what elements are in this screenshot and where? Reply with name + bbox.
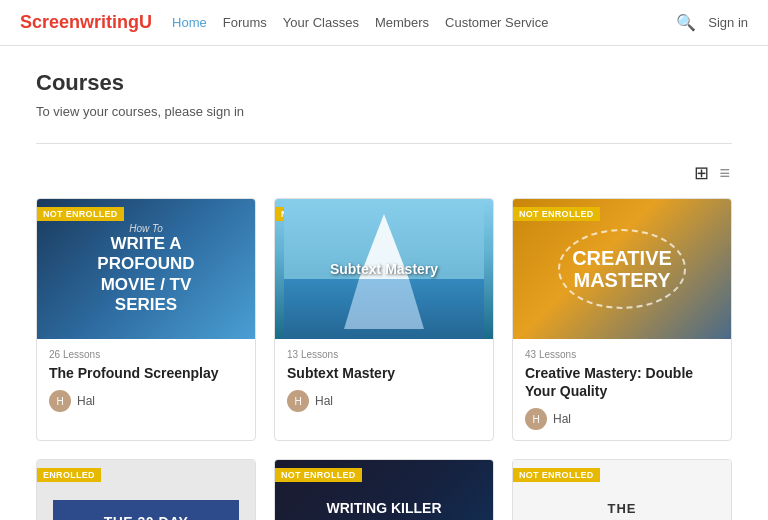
author-row-subtext: H Hal xyxy=(287,390,481,412)
logo[interactable]: ScreenwritingU xyxy=(20,12,152,33)
list-view-button[interactable]: ≡ xyxy=(717,161,732,186)
course-card-contained[interactable]: NOT ENROLLED THE CONTAINED Screenplay Th… xyxy=(512,459,732,520)
main-nav: Home Forums Your Classes Members Custome… xyxy=(172,15,676,30)
creative-title-text: CreativeMastery xyxy=(558,229,686,309)
course-info-creative: 43 Lessons Creative Mastery: Double Your… xyxy=(513,339,731,440)
not-enrolled-badge-action: NOT ENROLLED xyxy=(275,468,362,482)
not-enrolled-badge-contained: NOT ENROLLED xyxy=(513,468,600,482)
thumbnail-contained: NOT ENROLLED THE CONTAINED Screenplay xyxy=(513,460,731,520)
author-avatar-subtext: H xyxy=(287,390,309,412)
lesson-count-profound: 26 Lessons xyxy=(49,349,243,360)
lesson-count-subtext: 13 Lessons xyxy=(287,349,481,360)
course-info-profound: 26 Lessons The Profound Screenplay H Hal xyxy=(37,339,255,422)
not-enrolled-badge: NOT ENROLLED xyxy=(37,207,124,221)
nav-item-classes[interactable]: Your Classes xyxy=(283,15,359,30)
nav-item-members[interactable]: Members xyxy=(375,15,429,30)
author-name-creative: Hal xyxy=(553,412,571,426)
course-card-creative[interactable]: NOT ENROLLED CreativeMastery 43 Lessons … xyxy=(512,198,732,441)
thumbnail-action: NOT ENROLLED WRITING KILLERACTION MOVIES… xyxy=(275,460,493,520)
page-title: Courses xyxy=(36,70,732,96)
author-avatar-creative: H xyxy=(525,408,547,430)
course-info-subtext: 13 Lessons Subtext Mastery H Hal xyxy=(275,339,493,422)
logo-u: U xyxy=(139,12,152,32)
action-title-text: WRITING KILLERACTION MOVIES xyxy=(316,499,451,520)
course-card-30day[interactable]: ENROLLED THE 30 DAY SCREENPLAY The 30 Da… xyxy=(36,459,256,520)
30day-title-text: THE 30 DAY SCREENPLAY xyxy=(73,514,218,520)
course-card-action[interactable]: NOT ENROLLED WRITING KILLERACTION MOVIES… xyxy=(274,459,494,520)
author-avatar-profound: H xyxy=(49,390,71,412)
view-toggle: ⊞ ≡ xyxy=(36,160,732,186)
nav-item-forums[interactable]: Forums xyxy=(223,15,267,30)
author-name-profound: Hal xyxy=(77,394,95,408)
thumbnail-30day: ENROLLED THE 30 DAY SCREENPLAY xyxy=(37,460,255,520)
sign-in-message: To view your courses, please sign in xyxy=(36,104,732,119)
header-right: 🔍 Sign in xyxy=(676,13,748,32)
sign-in-link[interactable]: Sign in xyxy=(708,15,748,30)
author-row-profound: H Hal xyxy=(49,390,243,412)
thumbnail-subtext: NOT ENROLLED xyxy=(275,199,493,339)
course-grid: NOT ENROLLED How To WRITE APROFOUNDMOVIE… xyxy=(36,198,732,520)
main-content: Courses To view your courses, please sig… xyxy=(0,46,768,520)
search-button[interactable]: 🔍 xyxy=(676,13,696,32)
course-card-profound[interactable]: NOT ENROLLED How To WRITE APROFOUNDMOVIE… xyxy=(36,198,256,441)
author-row-creative: H Hal xyxy=(525,408,719,430)
not-enrolled-badge-creative: NOT ENROLLED xyxy=(513,207,600,221)
contained-title: CONTAINED xyxy=(548,516,695,520)
profound-how-to: How To xyxy=(97,223,194,234)
enrolled-badge-30day: ENROLLED xyxy=(37,468,101,482)
profound-title-text: WRITE APROFOUNDMOVIE / TVSERIES xyxy=(97,234,194,316)
lesson-count-creative: 43 Lessons xyxy=(525,349,719,360)
course-name-subtext: Subtext Mastery xyxy=(287,364,481,382)
logo-text: Screenwriting xyxy=(20,12,139,32)
thumbnail-profound: NOT ENROLLED How To WRITE APROFOUNDMOVIE… xyxy=(37,199,255,339)
grid-view-button[interactable]: ⊞ xyxy=(692,160,711,186)
30day-inner: THE 30 DAY SCREENPLAY xyxy=(53,500,238,520)
course-name-profound: The Profound Screenplay xyxy=(49,364,243,382)
thumbnail-creative: NOT ENROLLED CreativeMastery xyxy=(513,199,731,339)
subtext-overlay: Subtext Mastery xyxy=(330,261,438,277)
divider xyxy=(36,143,732,144)
nav-item-home[interactable]: Home xyxy=(172,15,207,30)
course-name-creative: Creative Mastery: Double Your Quality xyxy=(525,364,719,400)
header: ScreenwritingU Home Forums Your Classes … xyxy=(0,0,768,46)
author-name-subtext: Hal xyxy=(315,394,333,408)
nav-item-customer-service[interactable]: Customer Service xyxy=(445,15,548,30)
contained-the: THE xyxy=(608,501,637,516)
course-card-subtext[interactable]: NOT ENROLLED xyxy=(274,198,494,441)
